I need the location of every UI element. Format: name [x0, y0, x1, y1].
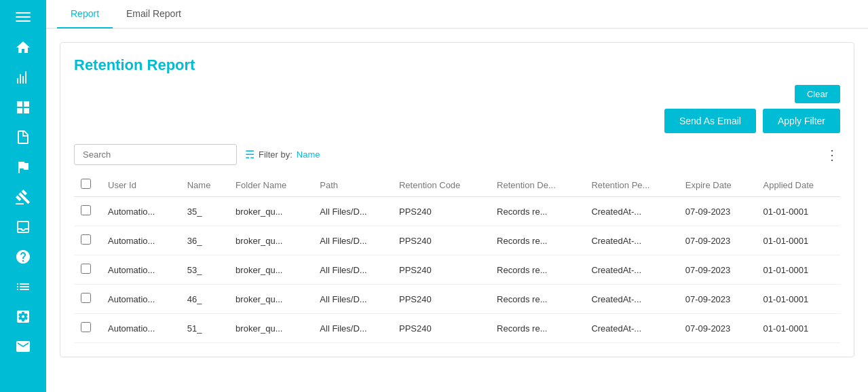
cell-user-id: Automatio... — [101, 285, 181, 314]
data-table: User Id Name Folder Name Path Retention … — [74, 173, 840, 343]
cell-retention-code: PPS240 — [392, 226, 490, 255]
sidebar-hamburger[interactable] — [0, 7, 46, 33]
tab-report[interactable]: Report — [57, 0, 113, 29]
cell-retention-period: CreatedAt-... — [584, 314, 678, 343]
col-applied-date: Applied Date — [757, 173, 840, 197]
row-checkbox[interactable] — [81, 205, 91, 215]
toolbar-row-2: Send As Email Apply Filter — [74, 109, 840, 133]
content-area: Retention Report Clear Send As Email App… — [46, 29, 868, 392]
sidebar-item-chart[interactable] — [0, 63, 46, 92]
cell-path: All Files/D... — [313, 197, 392, 226]
cell-applied-date: 01-01-0001 — [757, 285, 840, 314]
col-path: Path — [313, 173, 392, 197]
sidebar-item-help[interactable] — [0, 242, 46, 272]
cell-applied-date: 01-01-0001 — [757, 197, 840, 226]
cell-retention-code: PPS240 — [392, 255, 490, 285]
sidebar — [0, 0, 46, 392]
cell-folder-name: broker_qu... — [229, 285, 313, 314]
cell-folder-name: broker_qu... — [229, 255, 313, 285]
sidebar-item-mail[interactable] — [0, 332, 46, 361]
cell-retention-code: PPS240 — [392, 314, 490, 343]
sidebar-item-settings[interactable] — [0, 302, 46, 332]
header-checkbox-col — [74, 173, 101, 197]
col-folder-name: Folder Name — [229, 173, 313, 197]
col-retention-period: Retention Pe... — [584, 173, 678, 197]
main-content: Report Email Report Retention Report Cle… — [46, 0, 868, 392]
table-row: Automatio... 36_ broker_qu... All Files/… — [74, 226, 840, 255]
cell-retention-desc: Records re... — [490, 197, 584, 226]
cell-path: All Files/D... — [313, 285, 392, 314]
row-checkbox[interactable] — [81, 322, 91, 332]
search-input[interactable] — [74, 144, 237, 165]
cell-user-id: Automatio... — [101, 255, 181, 285]
cell-user-id: Automatio... — [101, 314, 181, 343]
row-checkbox-cell — [74, 255, 101, 285]
cell-name: 35_ — [181, 197, 229, 226]
row-checkbox[interactable] — [81, 264, 91, 274]
cell-folder-name: broker_qu... — [229, 226, 313, 255]
report-title: Retention Report — [74, 56, 840, 74]
filter-by-value: Name — [297, 149, 320, 160]
cell-path: All Files/D... — [313, 314, 392, 343]
col-expire-date: Expire Date — [679, 173, 757, 197]
cell-user-id: Automatio... — [101, 226, 181, 255]
cell-retention-desc: Records re... — [490, 285, 584, 314]
row-checkbox-cell — [74, 197, 101, 226]
cell-name: 46_ — [181, 285, 229, 314]
table-row: Automatio... 46_ broker_qu... All Files/… — [74, 285, 840, 314]
clear-button[interactable]: Clear — [795, 85, 840, 103]
filter-label: ☴ Filter by: Name — [245, 148, 320, 161]
col-user-id: User Id — [101, 173, 181, 197]
filter-by-text: Filter by: — [259, 149, 293, 160]
sidebar-item-home[interactable] — [0, 33, 46, 63]
toolbar-row-1: Clear — [74, 85, 840, 103]
select-all-checkbox[interactable] — [81, 179, 91, 189]
cell-expire-date: 07-09-2023 — [679, 314, 757, 343]
send-email-button[interactable]: Send As Email — [664, 109, 756, 133]
table-header-row: User Id Name Folder Name Path Retention … — [74, 173, 840, 197]
col-retention-code: Retention Code — [392, 173, 490, 197]
tab-email-report[interactable]: Email Report — [113, 0, 195, 29]
row-checkbox[interactable] — [81, 234, 91, 245]
cell-expire-date: 07-09-2023 — [679, 285, 757, 314]
row-checkbox-cell — [74, 226, 101, 255]
cell-retention-period: CreatedAt-... — [584, 285, 678, 314]
row-checkbox-cell — [74, 314, 101, 343]
table-row: Automatio... 51_ broker_qu... All Files/… — [74, 314, 840, 343]
row-checkbox[interactable] — [81, 293, 91, 303]
cell-name: 53_ — [181, 255, 229, 285]
cell-path: All Files/D... — [313, 226, 392, 255]
cell-folder-name: broker_qu... — [229, 197, 313, 226]
cell-retention-code: PPS240 — [392, 197, 490, 226]
table-row: Automatio... 35_ broker_qu... All Files/… — [74, 197, 840, 226]
cell-retention-desc: Records re... — [490, 226, 584, 255]
sidebar-item-inbox[interactable] — [0, 212, 46, 242]
sidebar-item-document[interactable] — [0, 122, 46, 152]
cell-retention-desc: Records re... — [490, 314, 584, 343]
cell-name: 51_ — [181, 314, 229, 343]
cell-applied-date: 01-01-0001 — [757, 314, 840, 343]
col-retention-desc: Retention De... — [490, 173, 584, 197]
cell-retention-period: CreatedAt-... — [584, 255, 678, 285]
cell-name: 36_ — [181, 226, 229, 255]
apply-filter-button[interactable]: Apply Filter — [763, 109, 840, 133]
cell-expire-date: 07-09-2023 — [679, 197, 757, 226]
cell-retention-period: CreatedAt-... — [584, 226, 678, 255]
more-options-button[interactable]: ⋮ — [825, 147, 840, 163]
cell-applied-date: 01-01-0001 — [757, 226, 840, 255]
cell-expire-date: 07-09-2023 — [679, 226, 757, 255]
cell-retention-code: PPS240 — [392, 285, 490, 314]
cell-folder-name: broker_qu... — [229, 314, 313, 343]
sidebar-item-gavel[interactable] — [0, 182, 46, 212]
report-card: Retention Report Clear Send As Email App… — [60, 42, 854, 357]
tabs-container: Report Email Report — [46, 0, 868, 29]
cell-path: All Files/D... — [313, 255, 392, 285]
hamburger-icon[interactable] — [16, 12, 31, 22]
filter-icon: ☴ — [245, 148, 254, 161]
cell-retention-period: CreatedAt-... — [584, 197, 678, 226]
col-name: Name — [181, 173, 229, 197]
sidebar-item-list[interactable] — [0, 272, 46, 302]
sidebar-item-grid[interactable] — [0, 92, 46, 122]
cell-applied-date: 01-01-0001 — [757, 255, 840, 285]
sidebar-item-flag[interactable] — [0, 152, 46, 182]
